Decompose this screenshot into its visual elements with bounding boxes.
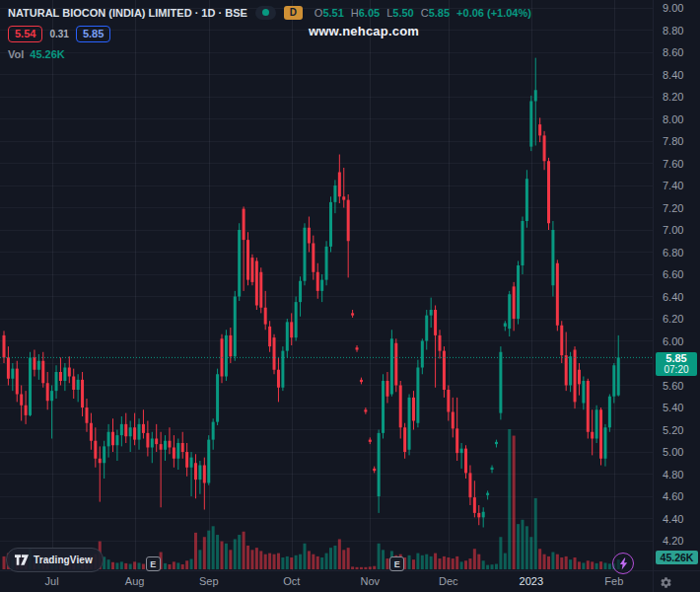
earnings-marker[interactable]: E (389, 556, 404, 571)
tradingview-logo[interactable]: TradingView (6, 548, 104, 572)
candle-body (491, 468, 494, 470)
candle-body (356, 347, 359, 349)
candle-body (295, 302, 298, 337)
candle-body (29, 357, 32, 415)
volume-bar (138, 562, 141, 569)
volume-bar (595, 563, 598, 569)
volume-bar (120, 561, 123, 569)
candle-body (41, 361, 44, 384)
volume-bar (308, 551, 311, 569)
volume-bar (273, 555, 276, 569)
volume-bar (556, 555, 559, 569)
high-value: 6.05 (359, 7, 380, 19)
volume-bar (504, 554, 507, 569)
market-status-pill[interactable] (255, 6, 276, 20)
candle-body (482, 512, 485, 518)
candle-body (68, 368, 71, 377)
candle-body (390, 338, 393, 394)
volume-bar (569, 559, 572, 569)
volume-bar (599, 561, 602, 569)
volume-bar (538, 549, 541, 569)
symbol-title[interactable]: NATURAL BIOCON (INDIA) LIMITED · 1D · BS… (8, 7, 247, 19)
volume-bar (525, 526, 528, 569)
candle-body (277, 370, 280, 388)
candle-body (72, 377, 75, 391)
volume-bar (107, 559, 110, 569)
price-tick-label: 8.40 (663, 69, 683, 81)
instant-order-button[interactable] (612, 553, 634, 574)
candle-body (207, 440, 210, 483)
candle-body (591, 432, 594, 439)
candle-body (508, 294, 511, 329)
change-value: +0.06 (+1.04%) (456, 7, 531, 19)
volume-bar (124, 563, 127, 569)
price-tick-label: 5.00 (663, 446, 683, 458)
interval-badge[interactable]: D (284, 6, 303, 20)
candle-body (85, 407, 88, 423)
volume-bar (521, 520, 524, 569)
candle-body (534, 90, 537, 101)
volume-bar (425, 555, 428, 569)
volume-bar (360, 567, 363, 569)
candle-body (447, 390, 450, 412)
candle-body (320, 280, 323, 291)
price-tick-label: 6.40 (663, 291, 683, 303)
candle-body (333, 185, 336, 202)
candle-body (203, 466, 206, 483)
volume-bar (342, 550, 345, 569)
price-tick-label: 7.00 (663, 224, 683, 236)
volume-bar (408, 555, 411, 569)
tradingview-logo-text: TradingView (34, 555, 93, 565)
candle-body (425, 316, 428, 341)
gear-icon[interactable] (660, 576, 672, 589)
volume-bar (565, 556, 568, 569)
volume-bar (194, 533, 197, 569)
candle-body (452, 412, 455, 429)
earnings-marker[interactable]: E (146, 556, 161, 571)
volume-bar (333, 546, 336, 569)
volume-bar (551, 553, 554, 569)
candle-body (599, 409, 602, 459)
time-axis[interactable]: JulAugSepOctNovDec2023Feb (0, 570, 653, 592)
candle-body (155, 439, 158, 445)
volume-bar (412, 559, 415, 569)
candle-body (7, 357, 10, 378)
candle-body (430, 310, 433, 316)
candle-body (338, 173, 341, 197)
volume-bar (447, 557, 450, 569)
candlestick-chart[interactable] (0, 0, 653, 570)
candle-body (255, 261, 258, 306)
time-tick-label: 2023 (520, 575, 543, 587)
chart-area[interactable]: www.nehcap.com NATURAL BIOCON (INDIA) LI… (0, 0, 653, 570)
candle-body (77, 380, 80, 390)
volume-bar (299, 555, 302, 569)
volume-bar (356, 567, 359, 569)
candle-body (216, 374, 219, 421)
volume-bar (578, 561, 581, 569)
volume-bar (608, 563, 611, 569)
market-status-dot-icon (262, 9, 269, 16)
volume-axis-badge: 45.26K (656, 551, 698, 564)
volume-bar (338, 539, 341, 569)
volume-bar (185, 560, 188, 569)
candle-body (473, 497, 476, 513)
candle-body (551, 230, 554, 285)
symbol-legend: NATURAL BIOCON (INDIA) LIMITED · 1D · BS… (8, 5, 531, 60)
time-tick-label: Sep (199, 575, 219, 587)
volume-bar (351, 566, 354, 569)
candle-body (351, 313, 354, 315)
price-tick-label: 5.40 (663, 402, 683, 413)
price-tick-label: 7.60 (663, 158, 683, 170)
candle-body (103, 446, 105, 463)
candle-body (238, 230, 241, 297)
candle-body (273, 337, 276, 370)
price-tick-label: 4.20 (663, 535, 683, 547)
price-axis[interactable]: 5.85 07:20 45.26K 9.008.808.608.408.208.… (653, 0, 700, 570)
candle-body (303, 228, 306, 281)
volume-bar (443, 556, 446, 569)
volume-bar (268, 554, 271, 569)
candle-body (574, 350, 577, 403)
volume-bar (468, 558, 471, 569)
candle-body (94, 441, 97, 459)
candle-body (443, 351, 446, 390)
